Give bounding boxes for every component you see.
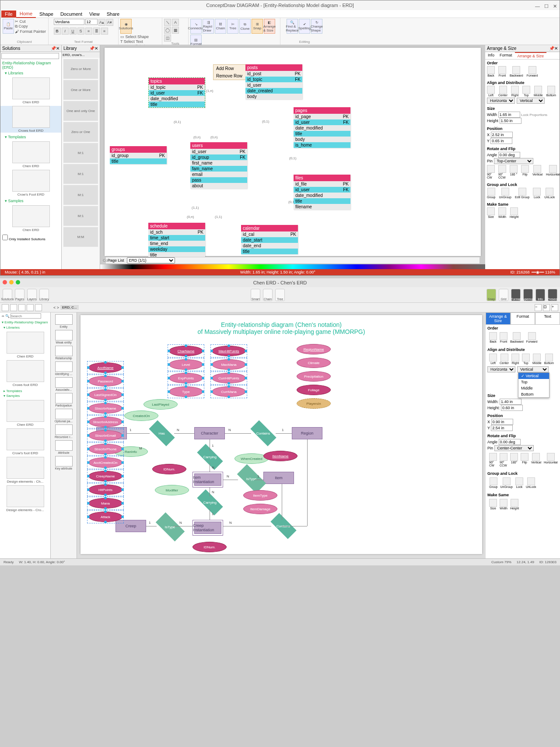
attr-idnum[interactable]: IDNum. <box>152 464 186 474</box>
line-tool-icon[interactable]: ＼ <box>164 19 171 26</box>
mac-vert-select[interactable]: Vertical <box>517 366 549 372</box>
entity-schedule[interactable]: scheduleid_schPKtime_starttime_endweekda… <box>148 223 205 258</box>
mac-lib-shape[interactable]: Entity <box>51 314 77 328</box>
entity-users[interactable]: usersid_userPKid_groupFKfirst_namefam_na… <box>190 142 247 189</box>
entity-item-inst[interactable]: Item Instantiation <box>192 472 223 487</box>
btn-width[interactable]: Width <box>498 207 506 218</box>
context-menu[interactable]: Add Row Remove Row <box>213 64 248 80</box>
tab-format[interactable]: Format <box>497 52 515 59</box>
mac-tree-tpl[interactable]: ▸ Templates <box>0 389 50 393</box>
btn-size[interactable]: Size <box>487 207 495 218</box>
btn-back[interactable]: Back <box>487 66 495 77</box>
zoom-out-icon[interactable]: − <box>535 304 542 311</box>
btn-unlock[interactable]: UnLock <box>544 188 555 199</box>
vert-menu-top[interactable]: Top <box>518 379 549 385</box>
mac-pin-select[interactable]: Center-Center <box>494 445 534 451</box>
tpl-crow[interactable]: Crow's Foot ERD <box>0 170 61 196</box>
mac-tab-format[interactable]: Format <box>511 312 536 325</box>
mac-lib-shape[interactable]: Weak entity <box>51 330 77 344</box>
rapid-button[interactable]: ⇶Rapid Draw <box>203 19 214 34</box>
shrink-font-icon[interactable]: A▾ <box>106 19 113 26</box>
vert-select[interactable]: Vertical <box>517 98 545 104</box>
entity-pages[interactable]: pagesid_pagePKid_userFKdate_modifiedtitl… <box>294 107 350 148</box>
lib-item[interactable]: Zero or More <box>63 59 98 79</box>
ellipse-tool-icon[interactable] <box>18 304 25 311</box>
btn-top[interactable]: Top <box>522 354 530 365</box>
btn-unlock[interactable]: UnLock <box>526 477 536 488</box>
lib-tab[interactable]: ERD, crow's... <box>62 52 100 58</box>
attr-modifier[interactable]: Modifier <box>155 485 189 495</box>
entity-calendar[interactable]: calendarid_calPKdate_startdate_endtitle <box>241 225 298 254</box>
btn-horizontal[interactable]: Horizontal <box>544 453 558 467</box>
pointer-tool-icon[interactable] <box>2 304 9 311</box>
rel-istype2[interactable]: IsType <box>156 512 185 541</box>
btn-back[interactable]: Back <box>489 332 497 343</box>
page-select[interactable]: ERD (1/1) <box>127 257 175 263</box>
paste-button[interactable]: 📋Paste <box>3 19 14 34</box>
mac-w-input[interactable] <box>500 399 522 405</box>
color-bar[interactable] <box>100 264 485 269</box>
zoom-in-icon[interactable]: + <box>551 304 558 311</box>
mac-zoom[interactable]: Custom 79% <box>491 560 511 564</box>
lib-item[interactable]: M:1 <box>63 206 98 226</box>
btn-ccw[interactable]: 90° CCW <box>500 453 508 467</box>
min-icon[interactable]: — <box>535 1 540 11</box>
attr-created-on[interactable]: CreatedOn <box>124 410 158 421</box>
vert-menu-bottom[interactable]: Bottom <box>518 391 549 397</box>
change-shape-button[interactable]: ↻Change Shape <box>311 19 322 34</box>
btn-group[interactable]: Group <box>489 477 497 488</box>
attr-climate[interactable]: Climate <box>297 358 331 368</box>
entity-creep-inst[interactable]: Creep Instantiation <box>192 520 223 536</box>
height-input[interactable] <box>500 118 522 124</box>
mac-thumb-crow-lib[interactable]: Crows foot ERD <box>0 360 50 387</box>
btn-middle[interactable]: Middle <box>532 354 542 365</box>
btn-forward[interactable]: Forward <box>527 66 538 77</box>
entity-groups[interactable]: groupsid_groupPKtitle <box>110 146 167 164</box>
clone-button[interactable]: ⧉Clone <box>239 19 251 34</box>
mac-lib-shape[interactable]: Relationship <box>51 346 77 360</box>
lib-item[interactable]: M:1 <box>63 185 98 205</box>
btn-size[interactable]: Size <box>489 499 497 510</box>
tree-libraries[interactable]: ▾ Libraries <box>0 70 61 76</box>
mac-y-input[interactable] <box>491 425 513 431</box>
btn-center[interactable]: Center <box>498 86 508 97</box>
copy-button[interactable]: ⧉ Copy <box>15 24 46 29</box>
canvas-area[interactable]: (1,1) (1,n) (0,1) (0,n) (0,n) (0,n) (0,n… <box>100 45 485 269</box>
angle-input[interactable] <box>498 152 520 158</box>
chain-button[interactable]: ⛓Chain <box>215 19 226 34</box>
width-input[interactable] <box>498 112 520 118</box>
align-right-icon[interactable]: ≡ <box>101 28 108 35</box>
mac-tree-libs[interactable]: ▾ Libraries <box>0 325 50 330</box>
lib-item[interactable]: Zero or One <box>63 122 98 142</box>
mac-lib-shape[interactable]: Participation <box>51 393 77 407</box>
btn-forward[interactable]: Forward <box>526 332 538 343</box>
solutions-search-input[interactable] <box>1 53 59 59</box>
mac-lib-shape[interactable]: Associativ... <box>51 377 77 391</box>
btn-right[interactable]: Right <box>511 86 519 97</box>
menu-share[interactable]: Share <box>103 11 123 18</box>
tree-samples[interactable]: ▾ Samples <box>0 198 61 203</box>
attr-foliage[interactable]: Foliage <box>297 385 331 395</box>
btn-vertical[interactable]: Vertical <box>532 165 542 179</box>
lib-item[interactable]: One or More <box>63 80 98 100</box>
select-shape[interactable]: ▭ Select Shape <box>120 35 149 39</box>
tree-templates[interactable]: ▾ Templates <box>0 134 61 140</box>
entity-character[interactable]: Character <box>194 427 225 439</box>
btn-ungroup[interactable]: UnGroup <box>500 477 512 488</box>
tree-button[interactable]: ⊨Tree <box>227 19 238 34</box>
mac-sample[interactable]: Design elements - Ch... <box>0 457 50 484</box>
vert-menu-middle[interactable]: Middle <box>518 385 549 391</box>
text-tool-icon[interactable]: A <box>172 19 179 26</box>
attr-itemname[interactable]: ItemName <box>263 451 298 461</box>
attr-idnum2[interactable]: IDNum. <box>192 542 227 552</box>
rel-carrying[interactable]: Carrying <box>197 444 223 470</box>
mac-tab-text[interactable]: Text <box>535 312 560 325</box>
btn-height[interactable]: Height <box>510 207 518 218</box>
entity-region[interactable]: Region <box>292 427 322 439</box>
grow-font-icon[interactable]: A▴ <box>98 19 105 26</box>
thumb-chen-erd-lib[interactable]: Chen ERD <box>0 77 61 104</box>
x-input[interactable] <box>491 132 513 138</box>
bold-icon[interactable]: B <box>54 28 61 35</box>
mac-sample[interactable]: Chen ERD <box>0 400 50 427</box>
horiz-select[interactable]: Horizontal <box>487 98 515 104</box>
